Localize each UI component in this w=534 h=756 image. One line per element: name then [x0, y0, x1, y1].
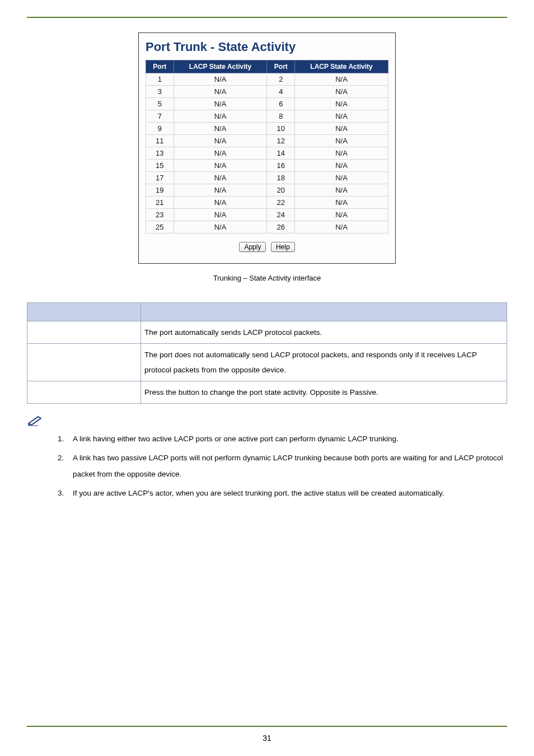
cell-port: 7 — [146, 110, 174, 123]
screenshot-panel: Port Trunk - State Activity Port LACP St… — [138, 32, 396, 264]
info-header-row — [27, 303, 507, 321]
cell-state: N/A — [295, 221, 388, 234]
help-button[interactable]: Help — [271, 242, 295, 252]
note-item: A link having either two active LACP por… — [66, 431, 507, 447]
info-table: The port automatically sends LACP protoc… — [27, 302, 507, 404]
cell-state: N/A — [174, 123, 267, 135]
cell-port: 12 — [267, 135, 295, 147]
cell-port: 24 — [267, 209, 295, 221]
info-label-cell — [27, 344, 141, 381]
page: Port Trunk - State Activity Port LACP St… — [0, 0, 534, 756]
cell-port: 14 — [267, 147, 295, 160]
cell-state: N/A — [174, 160, 267, 172]
cell-state: N/A — [174, 98, 267, 110]
cell-port: 3 — [146, 86, 174, 98]
note-list: A link having either two active LACP por… — [27, 431, 507, 502]
button-row: Apply Help — [146, 241, 388, 252]
info-header-blank-2 — [141, 303, 507, 321]
cell-state: N/A — [174, 135, 267, 147]
info-row: The port does not automatically send LAC… — [27, 344, 507, 381]
cell-state: N/A — [174, 184, 267, 197]
cell-port: 22 — [267, 197, 295, 209]
cell-state: N/A — [295, 86, 388, 98]
footer-rule — [27, 726, 507, 727]
panel-title: Port Trunk - State Activity — [146, 40, 388, 54]
cell-port: 8 — [267, 110, 295, 123]
info-row: The port automatically sends LACP protoc… — [27, 321, 507, 344]
table-row: 5N/A6N/A — [146, 98, 388, 110]
cell-state: N/A — [174, 73, 267, 86]
table-row: 15N/A16N/A — [146, 160, 388, 172]
table-row: 17N/A18N/A — [146, 172, 388, 184]
cell-port: 15 — [146, 160, 174, 172]
col-port-1: Port — [146, 60, 174, 73]
col-port-2: Port — [267, 60, 295, 73]
info-row: Press the button to change the port stat… — [27, 381, 507, 404]
cell-port: 5 — [146, 98, 174, 110]
table-header-row: Port LACP State Activity Port LACP State… — [146, 60, 388, 73]
cell-port: 4 — [267, 86, 295, 98]
cell-port: 25 — [146, 221, 174, 234]
table-row: 3N/A4N/A — [146, 86, 388, 98]
cell-port: 21 — [146, 197, 174, 209]
table-row: 7N/A8N/A — [146, 110, 388, 123]
figure-caption: Trunking – State Activity interface — [27, 274, 507, 282]
cell-port: 13 — [146, 147, 174, 160]
cell-state: N/A — [295, 147, 388, 160]
info-label-cell — [27, 321, 141, 344]
note-icon — [27, 414, 507, 426]
cell-state: N/A — [174, 110, 267, 123]
table-row: 1N/A2N/A — [146, 73, 388, 86]
cell-port: 20 — [267, 184, 295, 197]
info-desc-cell: The port automatically sends LACP protoc… — [141, 321, 507, 344]
cell-state: N/A — [295, 123, 388, 135]
cell-port: 11 — [146, 135, 174, 147]
port-state-table: Port LACP State Activity Port LACP State… — [146, 60, 388, 234]
cell-state: N/A — [295, 160, 388, 172]
table-row: 13N/A14N/A — [146, 147, 388, 160]
note-item: A link has two passive LACP ports will n… — [66, 450, 507, 483]
table-row: 9N/A10N/A — [146, 123, 388, 135]
col-state-1: LACP State Activity — [174, 60, 267, 73]
cell-state: N/A — [295, 135, 388, 147]
note-item: If you are active LACP's actor, when you… — [66, 485, 507, 502]
cell-state: N/A — [295, 98, 388, 110]
table-row: 19N/A20N/A — [146, 184, 388, 197]
col-state-2: LACP State Activity — [295, 60, 388, 73]
cell-port: 23 — [146, 209, 174, 221]
cell-state: N/A — [174, 197, 267, 209]
cell-state: N/A — [174, 86, 267, 98]
table-row: 21N/A22N/A — [146, 197, 388, 209]
top-rule — [27, 17, 507, 18]
apply-button[interactable]: Apply — [239, 242, 266, 252]
cell-port: 10 — [267, 123, 295, 135]
cell-state: N/A — [174, 209, 267, 221]
cell-port: 6 — [267, 98, 295, 110]
cell-state: N/A — [295, 209, 388, 221]
cell-state: N/A — [295, 73, 388, 86]
info-header-blank-1 — [27, 303, 141, 321]
screenshot-inner: Port Trunk - State Activity Port LACP St… — [140, 34, 394, 262]
info-desc-cell: Press the button to change the port stat… — [141, 381, 507, 404]
info-desc-cell: The port does not automatically send LAC… — [141, 344, 507, 381]
table-row: 25N/A26N/A — [146, 221, 388, 234]
cell-state: N/A — [174, 221, 267, 234]
cell-state: N/A — [174, 172, 267, 184]
page-number: 31 — [0, 734, 534, 743]
cell-state: N/A — [174, 147, 267, 160]
cell-port: 17 — [146, 172, 174, 184]
cell-state: N/A — [295, 184, 388, 197]
cell-state: N/A — [295, 197, 388, 209]
table-row: 23N/A24N/A — [146, 209, 388, 221]
cell-port: 9 — [146, 123, 174, 135]
cell-port: 16 — [267, 160, 295, 172]
info-label-cell — [27, 381, 141, 404]
cell-port: 2 — [267, 73, 295, 86]
cell-state: N/A — [295, 110, 388, 123]
table-row: 11N/A12N/A — [146, 135, 388, 147]
cell-port: 18 — [267, 172, 295, 184]
cell-state: N/A — [295, 172, 388, 184]
cell-port: 1 — [146, 73, 174, 86]
cell-port: 19 — [146, 184, 174, 197]
cell-port: 26 — [267, 221, 295, 234]
